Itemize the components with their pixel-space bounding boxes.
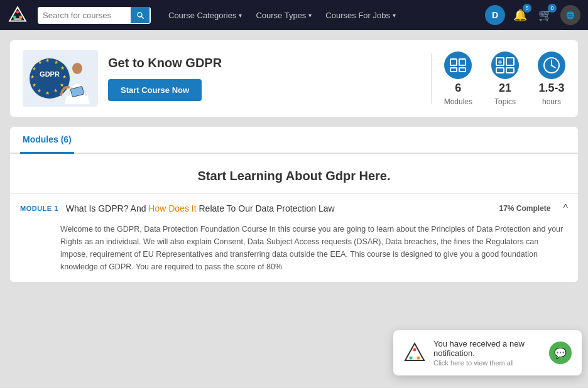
svg-point-4 xyxy=(19,16,22,19)
svg-point-27 xyxy=(491,51,519,79)
notification-badge: 5 xyxy=(523,4,531,13)
module-title: What Is GDPR? And How Does It Relate To … xyxy=(66,203,492,213)
user-avatar[interactable]: D xyxy=(485,5,505,25)
svg-text:★: ★ xyxy=(38,60,42,65)
notification-title: You have received a new notification. xyxy=(433,339,542,358)
navbar-right: D 🔔 5 🛒 0 🌐 xyxy=(485,5,580,25)
svg-text:★: ★ xyxy=(32,82,36,88)
nav-courses-for-jobs[interactable]: Courses For Jobs ▾ xyxy=(319,7,402,24)
notification-text: You have received a new notification. Cl… xyxy=(433,339,542,367)
gdpr-course-image: ★ ★ ★ ★ ★ ★ ★ ★ ★ ★ ★ ★ GDPR xyxy=(26,51,95,106)
chevron-down-icon: ▾ xyxy=(308,12,312,19)
module-label: MODULE 1 xyxy=(20,205,58,212)
svg-point-42 xyxy=(417,357,420,360)
notification-popup: You have received a new notification. Cl… xyxy=(393,330,582,375)
svg-marker-39 xyxy=(405,343,424,360)
clock-icon xyxy=(538,51,565,79)
module-item: MODULE 1 What Is GDPR? And How Does It R… xyxy=(10,193,578,282)
module-description: Welcome to the GDPR, Data Protection Fou… xyxy=(10,223,578,282)
modules-icon xyxy=(444,51,472,79)
svg-point-40 xyxy=(410,357,413,360)
start-course-button[interactable]: Start Course Now xyxy=(108,79,202,101)
language-button[interactable]: 🌐 xyxy=(560,5,580,25)
topics-icon xyxy=(491,51,519,79)
course-image: ★ ★ ★ ★ ★ ★ ★ ★ ★ ★ ★ ★ GDPR xyxy=(23,50,98,107)
module-header: MODULE 1 What Is GDPR? And How Does It R… xyxy=(10,194,578,223)
alison-notif-logo xyxy=(403,342,426,364)
stat-topics: 21 Topics xyxy=(491,51,519,106)
modules-section-header: Start Learning About Gdpr Here. xyxy=(10,154,578,193)
stats-divider xyxy=(431,53,432,104)
svg-point-3 xyxy=(13,16,16,19)
notification-subtitle: Click here to view them all xyxy=(433,359,542,367)
modules-label: Modules xyxy=(444,97,472,106)
globe-icon: 🌐 xyxy=(566,11,575,19)
chat-button[interactable]: 💬 xyxy=(549,342,572,364)
topics-count: 21 xyxy=(499,82,511,95)
course-left: ★ ★ ★ ★ ★ ★ ★ ★ ★ ★ ★ ★ GDPR xyxy=(23,50,418,107)
search-input[interactable] xyxy=(38,7,131,24)
course-info: Get to Know GDPR Start Course Now xyxy=(108,56,418,101)
course-card: ★ ★ ★ ★ ★ ★ ★ ★ ★ ★ ★ ★ GDPR xyxy=(10,40,578,117)
svg-text:★: ★ xyxy=(54,60,58,65)
logo[interactable] xyxy=(8,5,28,25)
nav-links: Course Categories ▾ Course Types ▾ Cours… xyxy=(162,7,402,24)
course-stats: 6 Modules 21 Topics xyxy=(444,51,565,106)
nav-course-types[interactable]: Course Types ▾ xyxy=(249,7,318,24)
search-icon xyxy=(136,11,144,19)
topics-label: Topics xyxy=(494,97,516,106)
svg-point-22 xyxy=(444,51,472,79)
svg-text:★: ★ xyxy=(60,65,65,71)
nav-course-categories[interactable]: Course Categories ▾ xyxy=(162,7,248,24)
navbar: Course Categories ▾ Course Types ▾ Cours… xyxy=(0,0,588,30)
modules-section: Modules (6) Start Learning About Gdpr He… xyxy=(10,127,578,282)
search-button[interactable] xyxy=(131,7,150,23)
svg-text:★: ★ xyxy=(62,74,67,80)
svg-point-2 xyxy=(16,11,19,14)
svg-point-38 xyxy=(551,64,553,66)
chevron-down-icon: ▾ xyxy=(239,12,242,19)
module-progress: 17% Complete xyxy=(499,204,550,213)
alison-logo-icon xyxy=(8,5,28,25)
svg-text:★: ★ xyxy=(30,74,35,80)
search-container xyxy=(38,7,151,24)
chevron-down-icon: ▾ xyxy=(393,12,396,19)
cart-button[interactable]: 🛒 0 xyxy=(535,5,555,25)
chat-icon: 💬 xyxy=(554,347,567,359)
modules-tabs: Modules (6) xyxy=(10,127,578,154)
svg-text:★: ★ xyxy=(32,66,36,72)
svg-text:★: ★ xyxy=(53,88,58,94)
cart-badge: 0 xyxy=(548,4,557,13)
hours-label: hours xyxy=(542,97,561,106)
svg-point-19 xyxy=(72,63,82,74)
notifications-button[interactable]: 🔔 5 xyxy=(510,5,530,25)
svg-text:★: ★ xyxy=(45,90,50,96)
tab-modules[interactable]: Modules (6) xyxy=(20,127,74,154)
svg-text:★: ★ xyxy=(60,82,64,88)
stat-modules: 6 Modules xyxy=(444,51,472,106)
highlight-text: How Does It xyxy=(148,203,196,213)
svg-text:★: ★ xyxy=(45,58,50,63)
chevron-up-icon[interactable]: ^ xyxy=(563,203,568,214)
course-title: Get to Know GDPR xyxy=(108,56,418,70)
modules-count: 6 xyxy=(455,82,461,95)
svg-point-41 xyxy=(413,348,416,352)
svg-text:★: ★ xyxy=(37,88,41,94)
svg-text:GDPR: GDPR xyxy=(40,70,60,78)
stat-hours: 1.5-3 hours xyxy=(538,51,565,106)
hours-count: 1.5-3 xyxy=(538,82,564,95)
